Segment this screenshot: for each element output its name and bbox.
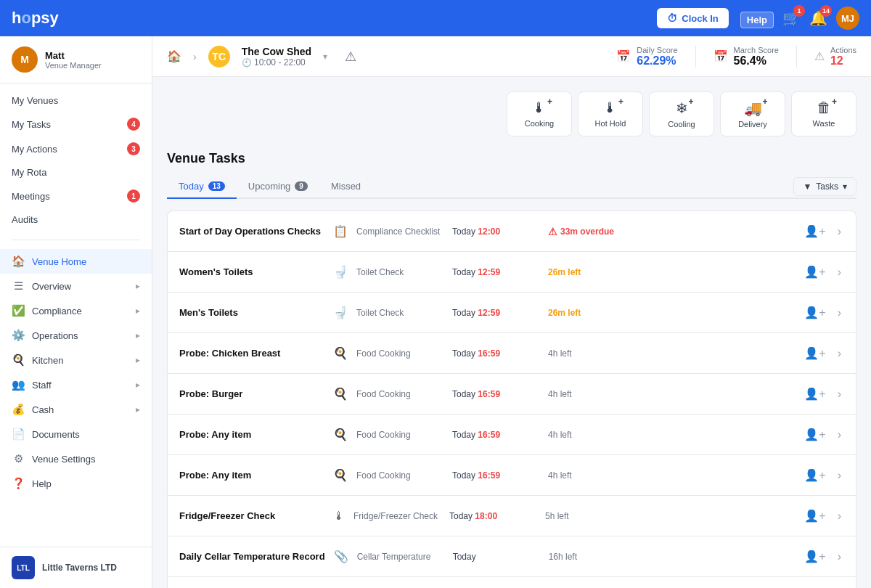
main-layout: M Matt Venue Manager My Venues My Tasks …	[0, 36, 871, 588]
quick-action-waste[interactable]: 🗑+ Waste	[791, 91, 856, 136]
sidebar-item-my-actions[interactable]: My Actions 3	[0, 136, 152, 161]
task-assign-button[interactable]: 👤+	[801, 547, 828, 566]
venue-alerts-icon[interactable]: ⚠	[345, 49, 356, 65]
sidebar-item-venue-settings[interactable]: ⚙ Venue Settings	[0, 446, 152, 471]
task-expand-button[interactable]: ›	[835, 466, 844, 485]
tasks-header: Venue Tasks	[167, 151, 856, 166]
clock-in-button[interactable]: ⏱ Clock In	[657, 8, 729, 28]
sidebar-item-compliance[interactable]: ✅ Compliance ▸	[0, 298, 152, 323]
task-type: Food Cooking	[356, 389, 443, 399]
tab-missed[interactable]: Missed	[319, 175, 372, 199]
quick-action-hot-hold[interactable]: 🌡+ Hot Hold	[578, 91, 643, 136]
user-avatar-nav[interactable]: MJ	[836, 7, 859, 30]
task-actions: 👤+ ›	[801, 262, 844, 282]
task-expand-button[interactable]: ›	[835, 507, 844, 526]
sidebar-item-help[interactable]: ❓ Help	[0, 471, 152, 496]
overdue-icon: ⚠	[548, 226, 557, 237]
actions-count-value: 12	[830, 54, 856, 68]
sidebar-item-cash[interactable]: 💰 Cash ▸	[0, 397, 152, 422]
task-assign-button[interactable]: 👤+	[801, 425, 828, 444]
daily-score: 📅 Daily Score 62.29%	[616, 46, 677, 68]
daily-score-label: Daily Score	[637, 46, 677, 54]
sidebar-item-documents[interactable]: 📄 Documents	[0, 422, 152, 446]
task-expand-button[interactable]: ›	[835, 263, 844, 282]
task-time: Today 18:00	[449, 511, 536, 521]
notifications-button[interactable]: 🔔 14	[809, 9, 827, 27]
sidebar-item-operations[interactable]: ⚙️ Operations ▸	[0, 323, 152, 348]
task-type: Food Cooking	[356, 348, 443, 359]
task-time: Today 16:59	[452, 389, 539, 399]
task-actions: 👤+ ›	[801, 547, 844, 566]
task-type: Fridge/Freezer Check	[353, 511, 441, 521]
home-icon: 🏠	[12, 255, 25, 268]
task-type-icon: 🍳	[333, 387, 348, 401]
sidebar-item-audits[interactable]: Audits	[0, 208, 152, 231]
task-assign-button[interactable]: 👤+	[801, 303, 828, 322]
sidebar-item-kitchen[interactable]: 🍳 Kitchen ▸	[0, 348, 152, 372]
sidebar-item-staff[interactable]: 👥 Staff ▸	[0, 372, 152, 397]
task-assign-button[interactable]: 👤+	[801, 465, 828, 485]
sidebar-divider	[12, 240, 140, 240]
task-actions: 👤+ ›	[801, 465, 844, 485]
hot-hold-qa-label: Hot Hold	[595, 119, 626, 128]
task-time: Today 12:59	[452, 267, 539, 277]
filter-chevron-icon: ▾	[843, 181, 847, 192]
task-name: Women's Toilets	[179, 266, 324, 277]
task-assign-button[interactable]: 👤+	[801, 221, 828, 241]
task-type-icon: 📎	[334, 550, 348, 563]
meetings-badge: 1	[127, 189, 140, 203]
venue-home-icon[interactable]: 🏠	[167, 49, 181, 63]
task-assign-button[interactable]: 👤+	[801, 343, 828, 363]
task-row: Start of Day Operations Checks 📋 Complia…	[167, 211, 856, 251]
tab-today[interactable]: Today 13	[167, 175, 237, 199]
task-expand-button[interactable]: ›	[835, 385, 844, 404]
venue-expand-chevron[interactable]: ▾	[323, 52, 327, 62]
waste-qa-label: Waste	[813, 119, 835, 128]
venue-name-group: The Cow Shed 🕙 10:00 - 22:00	[242, 46, 311, 68]
task-assign-button[interactable]: 👤+	[801, 384, 828, 404]
help-button[interactable]: Help	[740, 10, 774, 27]
sidebar-item-my-rota[interactable]: My Rota	[0, 161, 152, 184]
task-name: Daily Cellar Temperature Record	[179, 551, 325, 562]
sidebar-item-venue-home[interactable]: 🏠 Venue Home	[0, 249, 152, 274]
task-name: Probe: Chicken Breast	[179, 348, 324, 359]
task-time: Today 16:59	[452, 430, 539, 440]
sidebar-item-my-venues[interactable]: My Venues	[0, 89, 152, 112]
task-row: Fridge/Freezer Check 🌡 Fridge/Freezer Ch…	[167, 495, 856, 536]
user-avatar: M	[12, 46, 38, 73]
filter-button[interactable]: ▼ Tasks ▾	[793, 177, 856, 196]
sidebar-item-overview[interactable]: ☰ Overview ▸	[0, 274, 152, 298]
task-assign-button[interactable]: 👤+	[801, 506, 828, 526]
task-row: Men's Toilets 🚽 Toilet Check Today 12:59…	[167, 292, 856, 332]
task-expand-button[interactable]: ›	[835, 547, 844, 566]
user-info: M Matt Venue Manager	[0, 36, 152, 83]
cooking-qa-label: Cooking	[525, 119, 554, 128]
task-actions: 👤+ ›	[801, 343, 844, 363]
task-expand-button[interactable]: ›	[835, 425, 844, 444]
task-expand-button[interactable]: ›	[835, 344, 844, 363]
sidebar-item-meetings[interactable]: Meetings 1	[0, 184, 152, 208]
task-name: Start of Day Operations Checks	[179, 226, 324, 237]
daily-score-value: 62.29%	[637, 54, 677, 68]
task-type-icon: 🌡	[333, 510, 345, 523]
quick-action-cooling[interactable]: ❄+ Cooling	[649, 91, 714, 136]
task-name: Probe: Any item	[179, 429, 324, 440]
march-score: 📅 March Score 56.4%	[713, 46, 779, 68]
tab-upcoming[interactable]: Upcoming 9	[237, 175, 319, 199]
sidebar-item-my-tasks[interactable]: My Tasks 4	[0, 112, 152, 136]
task-name: Probe: Any item	[179, 470, 324, 481]
task-expand-button[interactable]: ›	[835, 222, 844, 241]
cart-button[interactable]: 🛒 1	[782, 9, 801, 27]
task-assign-button[interactable]: 👤+	[801, 262, 828, 282]
filter-icon: ▼	[803, 181, 811, 192]
clock-icon: ⏱	[667, 12, 677, 24]
quick-action-cooking[interactable]: 🌡+ Cooking	[507, 91, 572, 136]
march-score-icon: 📅	[713, 49, 728, 63]
march-score-label: March Score	[734, 46, 779, 54]
task-type-icon: 🍳	[333, 346, 348, 360]
task-expand-button[interactable]: ›	[835, 303, 844, 322]
venue-header: 🏠 › TC The Cow Shed 🕙 10:00 - 22:00 ▾ ⚠ …	[152, 36, 871, 77]
task-status: 4h left	[548, 470, 613, 481]
quick-action-delivery[interactable]: 🚚+ Delivery	[720, 91, 785, 136]
task-actions: 👤+ ›	[801, 221, 844, 241]
